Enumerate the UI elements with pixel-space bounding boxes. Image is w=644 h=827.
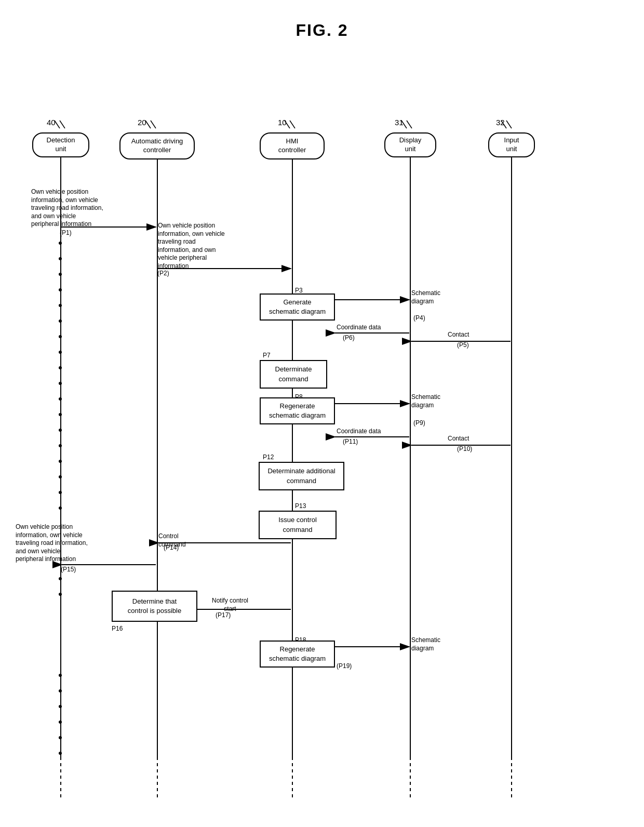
label-p2: (P2): [157, 270, 169, 278]
dot-p16-2: [59, 593, 62, 596]
label-p1: (P1): [60, 229, 72, 237]
dot-7: [59, 335, 62, 338]
label-p10: (P10): [457, 445, 472, 453]
dot-p16-1: [59, 577, 62, 580]
dot-p19-6: [59, 752, 62, 755]
label-p4: (P4): [413, 314, 425, 323]
figure-title: FIG. 2: [0, 0, 644, 40]
box-determinate-command: Determinatecommand: [260, 360, 327, 389]
dot-14: [59, 444, 62, 447]
dot-p19-3: [59, 705, 62, 708]
label-p6: (P6): [343, 334, 355, 342]
dot-13: [59, 429, 62, 432]
label-own-vehicle-3: Own vehicle positioninformation, own veh…: [16, 523, 106, 564]
dot-5: [59, 304, 62, 307]
label-notify: Notify controlstart: [212, 597, 248, 613]
dot-3: [59, 273, 62, 276]
label-own-vehicle-1: Own vehicle positioninformation, own veh…: [31, 188, 122, 229]
dot-p19-2: [59, 689, 62, 692]
dot-p19-1: [59, 674, 62, 677]
box-issue-control: Issue controlcommand: [259, 511, 337, 539]
dot-18: [59, 506, 62, 510]
label-p14: (P14): [164, 544, 179, 552]
dot-6: [59, 319, 62, 323]
label-p19: (P19): [337, 662, 352, 671]
label-schematic-3: Schematicdiagram: [411, 636, 440, 652]
label-p11: (P11): [343, 438, 358, 446]
label-schematic-2: Schematicdiagram: [411, 393, 440, 409]
label-p16: P16: [112, 625, 123, 633]
sequence-diagram: 40 20 10 31 32 Detectionunit Automatic d…: [0, 50, 644, 819]
label-p17: (P17): [216, 611, 231, 620]
dot-10: [59, 382, 62, 385]
dot-2: [59, 257, 62, 260]
label-schematic-1: Schematicdiagram: [411, 289, 440, 305]
dot-11: [59, 397, 62, 401]
label-coord-1: Coordinate data: [337, 324, 381, 332]
dot-1: [59, 242, 62, 245]
diagram-svg: [0, 50, 571, 819]
dot-17: [59, 491, 62, 494]
box-determine-control: Determine thatcontrol is possible: [112, 591, 197, 622]
box-regenerate-schematic-2: Regenerateschematic diagram: [260, 641, 335, 668]
label-contact-1: Contact: [448, 331, 469, 339]
label-p15: (P15): [61, 566, 76, 574]
box-determinate-additional: Determinate additionalcommand: [259, 462, 344, 490]
label-p12: P12: [263, 453, 274, 462]
label-own-vehicle-2: Own vehicle positioninformation, own veh…: [158, 222, 249, 271]
dot-4: [59, 288, 62, 291]
label-p7: P7: [263, 352, 271, 360]
dot-15: [59, 460, 62, 463]
box-generate-schematic: Generateschematic diagram: [260, 294, 335, 321]
dot-8: [59, 351, 62, 354]
dot-16: [59, 475, 62, 478]
label-coord-2: Coordinate data: [337, 428, 381, 436]
dot-12: [59, 413, 62, 416]
dot-9: [59, 366, 62, 369]
label-contact-2: Contact: [448, 435, 469, 443]
label-p9: (P9): [413, 419, 425, 428]
dot-p19-5: [59, 736, 62, 739]
label-p13: P13: [295, 502, 306, 511]
dot-p19-4: [59, 721, 62, 724]
box-regenerate-schematic-1: Regenerateschematic diagram: [260, 397, 335, 424]
label-p5: (P5): [457, 341, 469, 350]
